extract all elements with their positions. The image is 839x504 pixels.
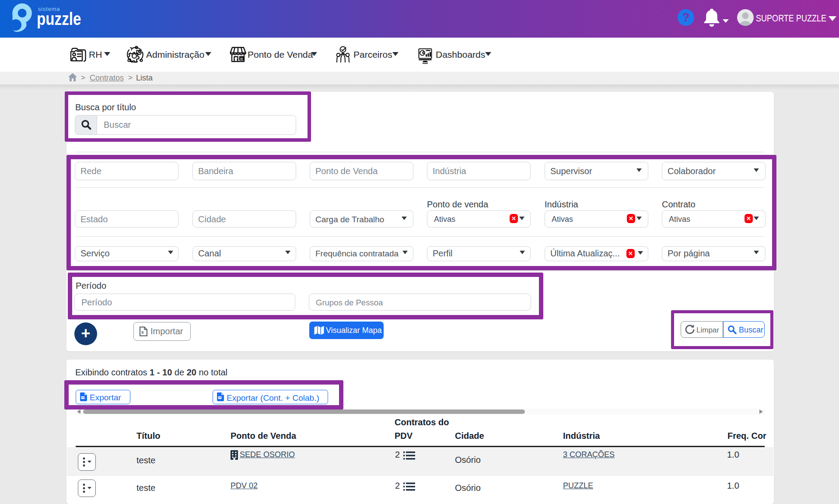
svg-text:x: x: [141, 330, 144, 335]
